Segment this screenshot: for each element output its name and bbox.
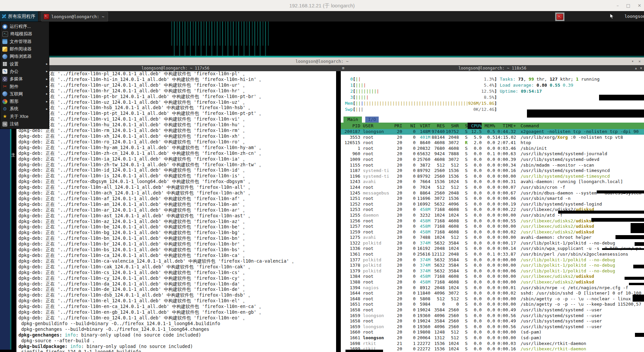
process-row[interactable]: 1699rtkit2002227215361024S0.00.00:00.16/… <box>341 346 644 352</box>
htop-column-pri[interactable]: PRI <box>391 123 402 129</box>
dpkg-log-line: dpkg-deb: 正在 '../firefox-l10n-ast_124.0.… <box>18 213 336 219</box>
menu-item-mail[interactable]: 邮件阅读器 <box>0 45 49 53</box>
htop-column-shr[interactable]: SHR <box>445 123 459 129</box>
menu-item-internet[interactable]: 互联网▶ <box>0 90 49 98</box>
menu-item-terminal[interactable]: >_终端模拟器 <box>0 30 49 38</box>
process-row[interactable]: 1009root2002576046083072S0.00.00:00.39/u… <box>341 157 644 163</box>
close-icon[interactable]: ✕ <box>638 3 641 8</box>
dpkg-log-line: dpkg-deb: 正在 '../firefox-l10n-cs_124.0.1… <box>18 270 336 275</box>
htop-column-virt[interactable]: VIRT <box>416 123 430 129</box>
htop-column-mem[interactable]: MEM% <box>482 123 495 129</box>
htop-column-user[interactable]: USER <box>360 123 391 129</box>
process-row[interactable]: 1648root2005808512512S0.00.00:00.00/sbin… <box>341 296 644 302</box>
viewer-titlebar[interactable]: 192.168.12.21 (于 loongarch) <box>0 0 644 11</box>
process-row[interactable]: 1259root200458M71684608S0.00.00:00.02/us… <box>341 229 644 235</box>
dpkg-log-line: dpkg-deb: 正在 '../firefox-l10n-uz_124.0.1… <box>18 99 336 105</box>
redaction-bar <box>597 190 644 193</box>
process-row[interactable]: 1196systemd-ti2008979225601536S0.00.00:0… <box>341 174 644 179</box>
scroll-down-icon[interactable]: ▼ <box>640 67 642 70</box>
htop-meter-2: 2[|||||||||12.5%] <box>343 88 497 94</box>
process-row[interactable]: 1660root200198081248512S0.00.00:00.00(sd… <box>341 329 644 335</box>
menu-item-run[interactable]: 运行程序... <box>0 23 49 30</box>
process-row[interactable]: 1661loongson200200641312512S0.00.00:00.0… <box>341 335 644 341</box>
redaction-bar <box>602 248 644 250</box>
menu-item-files[interactable]: 文件管理器 <box>0 38 49 45</box>
graphics-icon <box>2 99 7 104</box>
process-row[interactable]: 1361root20025616121122048S0.00.10:33.87/… <box>341 252 644 257</box>
scroll-up-icon[interactable]: ▲ <box>635 67 637 70</box>
process-row[interactable]: 200187loongson200148M9744010752S12.50.50… <box>341 129 644 135</box>
process-row[interactable]: 1388root200458M71684608S0.00.00:00.00/us… <box>341 279 644 285</box>
right-terminal-title[interactable]: loongson@loongarch: ~ 118x56 <box>341 65 644 71</box>
mail-icon <box>2 47 7 52</box>
menu-item-browser[interactable]: 网络浏览器 <box>0 53 49 60</box>
htop-column-res[interactable]: RES <box>430 123 445 129</box>
htop-column-ni[interactable]: NI <box>402 123 416 129</box>
process-row[interactable]: 1378polkitd200374M56323584S0.00.00:00.00… <box>341 263 644 268</box>
applications-menu-button[interactable]: 所有应用程序 <box>0 11 38 21</box>
process-row[interactable]: 1659loongson2001936040962560S0.00.00:00.… <box>341 313 644 319</box>
dpkg-log-line: dpkg-deb: 正在 '../firefox-l10n-id_124.0.1… <box>18 167 336 173</box>
process-row[interactable]: 1243avahi200766415361024S0.00.00:00.31av… <box>341 179 644 185</box>
submenu-arrow-icon: ▶ <box>46 78 48 81</box>
htop-meter-0: 0[||1.3%] <box>343 76 497 82</box>
htop-tab-io[interactable]: I/O <box>365 117 378 123</box>
htop-header-row[interactable]: PIDUSERPRINIVIRTRESSHRSCPU%MEM%TIME+Comm… <box>341 123 644 129</box>
htop-tabs: MainI/O <box>343 117 379 123</box>
menu-item-accessories[interactable]: ✂附件▶ <box>0 83 49 90</box>
process-row[interactable]: 1698rtkit2112227215361024S0.00.00:00.03/… <box>341 341 644 347</box>
menu-item-logout[interactable]: ↪注销 <box>0 120 49 128</box>
process-row[interactable]: 1377polkitd200374M56323584S0.00.00:00.00… <box>341 257 644 263</box>
minimize-icon[interactable]: – <box>616 3 619 8</box>
process-row[interactable]: 960root2006563294247888S0.00.10:00.63/us… <box>341 151 644 157</box>
process-row[interactable]: 1659loongson2001936040962560S0.00.00:00.… <box>341 324 644 330</box>
process-row[interactable]: 1658root2001902435842560S0.00.00:00.49/u… <box>341 318 644 324</box>
process-row[interactable]: 1658root2001902435842560S0.00.00:00.49/u… <box>341 307 644 313</box>
process-row[interactable]: 1251root2001169630721536S0.00.00:00.06/u… <box>341 196 644 202</box>
process-row[interactable]: 3553root200401M881442048S5.90.514:15.02/… <box>341 135 644 140</box>
taskbar-button[interactable]: >_ loongson@loongarch: ~ <box>41 12 108 21</box>
system-tray: >_ <box>555 12 565 21</box>
process-row[interactable]: 1155root2003872512512S0.00.00:00.34/sbin… <box>341 163 644 168</box>
menu-item-about[interactable]: ★关于 Xfce <box>0 113 49 120</box>
left-terminal[interactable]: dpkg-deb: 正在 '../firefox-l10n-pl_124.0.1… <box>16 71 336 352</box>
process-row[interactable]: 1187systemd-ti2008979225601536S0.00.00:0… <box>341 168 644 174</box>
dpkg-log-line: dpkg-deb: 正在 '../firefox-l10n-vi_124.0.1… <box>18 116 336 122</box>
window-close-icon[interactable]: ✕ <box>638 59 641 63</box>
desktop-icon-label[interactable]: 主 <box>11 152 15 158</box>
process-row[interactable]: 1257root200458M71684608S0.00.00:00.00/us… <box>341 224 644 229</box>
process-row[interactable]: 126515root200864046083072R2.00.02:07.41h… <box>341 140 644 146</box>
process-row[interactable]: 1379polkitd200374M56323584S0.00.00:00.06… <box>341 268 644 274</box>
process-row[interactable]: 1384root200458M71684608S0.00.00:00.00/us… <box>341 274 644 279</box>
process-row[interactable]: 1651root200598400S0.00.00:00.00/sbin/age… <box>341 302 644 307</box>
screenshare-tray-icon[interactable]: >_ <box>556 14 563 20</box>
dpkg-log-line: dpkg-deb: 正在 '../firefox-l10n-ar_124.0.1… <box>18 207 336 213</box>
window-shade-icon[interactable]: ▾ <box>632 59 634 63</box>
maximize-icon[interactable]: □ <box>626 3 630 8</box>
process-row[interactable]: 1root2002083276804608S0.00.00:03.46/sbin… <box>341 146 644 151</box>
process-row[interactable]: 1275avahi20074881024512S0.00.00:00.00ava… <box>341 235 644 240</box>
htop-column-time[interactable]: TIME+ <box>495 123 516 129</box>
process-row[interactable]: 1394nagios200891220481024S0.00.00:00.01/… <box>341 285 644 291</box>
htop-column-command[interactable]: Command <box>516 123 644 129</box>
window-titlebar[interactable]: loongson@loongarch: ~ <box>0 57 644 65</box>
process-row[interactable]: 1322polkitd200374M56323584S0.00.00:00.17… <box>341 240 644 246</box>
menu-item-system[interactable]: ⚙系统▶ <box>0 105 49 113</box>
menu-item-multimedia[interactable]: 多媒体▶ <box>0 75 49 83</box>
htop-tab-main[interactable]: Main <box>343 117 362 123</box>
htop-column-pid[interactable]: PID <box>341 123 360 129</box>
process-row[interactable]: 1252root2001699256324096S0.00.00:00.19/u… <box>341 202 644 207</box>
menu-item-office[interactable]: ✎办公▶ <box>0 68 49 75</box>
submenu-arrow-icon: ▶ <box>46 85 48 88</box>
left-terminal-title[interactable]: loongson@loongarch: ~ 117x56 <box>13 65 337 71</box>
dpkg-log-line: dpkg-deb: 正在 '../firefox-l10n-all_124.0.… <box>18 184 336 190</box>
process-row[interactable]: 1644root2001184040963072S0.00.00:00.02ss… <box>341 291 644 296</box>
htop-column-s[interactable]: S <box>459 123 468 129</box>
htop-column-cpu[interactable]: CPU% <box>468 123 482 129</box>
process-row[interactable]: 1244root2007024512512S0.00.00:00.07/usr/… <box>341 185 644 190</box>
menu-item-graphics[interactable]: 图形▶ <box>0 98 49 105</box>
menu-item-settings[interactable]: 设置▶ <box>0 60 49 68</box>
htop-meters: 0[||1.3%]1[||||5.4%]2[|||||||||12.5%]3[|… <box>343 76 497 113</box>
submenu-arrow-icon: ▶ <box>46 70 48 73</box>
process-row[interactable]: 1336root2001619220481024S0.00.00:00.14/u… <box>341 246 644 252</box>
